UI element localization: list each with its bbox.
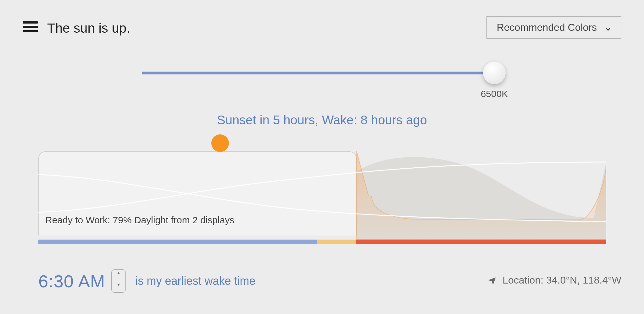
chart-svg [38,143,606,244]
color-preset-dropdown[interactable]: Recommended Colors ⌄ [486,16,621,39]
sun-status-title: The sun is up. [47,21,130,36]
band-segment-day [38,240,317,244]
now-marker[interactable] [211,134,229,152]
wake-time-value: 6:30 AM [38,271,105,291]
circadian-status-text: Sunset in 5 hours, Wake: 8 hours ago [0,113,644,127]
circadian-chart[interactable]: Ready to Work: 79% Daylight from 2 displ… [38,143,606,244]
band-segment-night [356,240,606,244]
wake-time-stepper[interactable]: ˄ ˅ [111,269,126,293]
stepper-up-button[interactable]: ˄ [112,270,125,281]
chevron-down-icon: ⌄ [604,22,611,33]
band-segment-transition [317,240,356,244]
slider-track [142,72,494,74]
wake-time-label: is my earliest wake time [135,274,255,288]
stepper-down-button[interactable]: ˅ [112,281,125,292]
location-text: Location: 34.0°N, 118.4°W [502,274,621,286]
slider-thumb[interactable] [483,62,506,84]
daytime-temperature-value: 6500K [474,89,514,99]
location-row[interactable]: ➤ Location: 34.0°N, 118.4°W [488,274,621,286]
color-preset-label: Recommended Colors [497,22,597,33]
menu-icon[interactable] [23,19,38,35]
color-temperature-band [38,240,606,244]
daytime-temperature-slider[interactable]: 6500K [142,72,494,74]
display-status-text: Ready to Work: 79% Daylight from 2 displ… [45,215,234,225]
location-arrow-icon: ➤ [485,273,500,288]
